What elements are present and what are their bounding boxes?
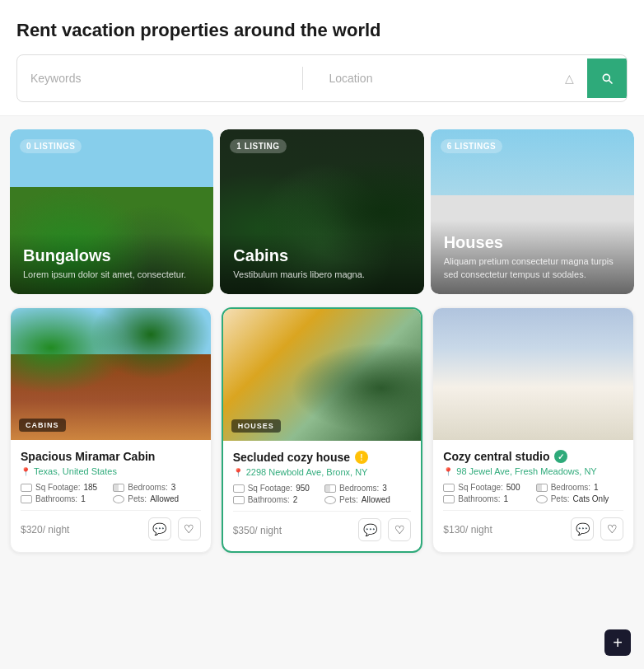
listing-image-2	[433, 308, 633, 440]
pets-value-2: Cats Only	[572, 494, 609, 503]
sqft-label-2: Sq Footage:	[458, 483, 502, 492]
sqft-label-0: Sq Footage:	[35, 483, 80, 492]
search-location-wrapper: △	[303, 55, 588, 101]
main-content: 0 LISTINGS Bungalows Lorem ipsum dolor s…	[0, 116, 644, 566]
sqft-icon-2	[443, 484, 455, 492]
spec-sqft-0: Sq Footage: 185	[21, 483, 108, 492]
location-pin-icon-0: 📍	[21, 467, 30, 476]
listing-image-1: HOUSES	[223, 309, 422, 441]
listing-specs-1: Sq Footage: 950 Bedrooms: 3 Bathrooms: 2	[233, 484, 412, 504]
category-desc-houses: Aliquam pretium consectetur magna turpis…	[444, 255, 621, 281]
location-pin-icon-1: 📍	[233, 468, 243, 477]
spec-sqft-1: Sq Footage: 950	[233, 484, 320, 493]
location-icon: △	[565, 72, 574, 85]
pets-value-1: Allowed	[362, 495, 390, 504]
listing-specs-0: Sq Footage: 185 Bedrooms: 3 Bathrooms: 1	[21, 483, 201, 503]
search-location-input[interactable]	[316, 63, 559, 93]
pets-label-2: Pets:	[551, 494, 570, 503]
category-name-houses: Houses	[444, 233, 621, 252]
listing-title-0: Spacious Miramar Cabin	[21, 450, 201, 463]
title-warning-icon-1: !	[355, 451, 368, 464]
beds-icon-2	[536, 484, 548, 492]
message-button-0[interactable]: 💬	[148, 517, 171, 540]
baths-value-0: 1	[81, 494, 86, 503]
listing-actions-1: 💬 ♡	[358, 518, 411, 541]
spec-baths-1: Bathrooms: 2	[233, 495, 320, 504]
beds-label-2: Bedrooms:	[551, 483, 590, 492]
search-button[interactable]	[587, 58, 627, 98]
message-button-1[interactable]: 💬	[358, 518, 381, 541]
sqft-value-0: 185	[83, 483, 97, 492]
spec-pets-2: Pets: Cats Only	[536, 494, 623, 503]
listing-body-2: Cozy central studio ✓ 📍 98 Jewel Ave, Fr…	[433, 440, 633, 550]
categories-grid: 0 LISTINGS Bungalows Lorem ipsum dolor s…	[10, 129, 634, 294]
listing-footer-0: $320/ night 💬 ♡	[21, 510, 201, 540]
sqft-icon-0	[21, 484, 32, 492]
listing-title-2: Cozy central studio ✓	[443, 450, 623, 463]
spec-sqft-2: Sq Footage: 500	[443, 483, 530, 492]
listing-title-1: Secluded cozy house !	[233, 451, 412, 464]
beds-value-2: 1	[594, 483, 599, 492]
category-badge-houses: 6 LISTINGS	[441, 139, 502, 153]
sqft-value-2: 500	[506, 483, 520, 492]
listing-card-0: CABINS Spacious Miramar Cabin 📍 Texas, U…	[10, 307, 212, 553]
location-pin-icon-2: 📍	[443, 467, 453, 476]
baths-value-2: 1	[503, 494, 508, 503]
spec-baths-0: Bathrooms: 1	[21, 494, 108, 503]
listing-price-2: $130/ night	[443, 522, 492, 536]
search-keywords-input[interactable]	[17, 63, 302, 93]
spec-beds-1: Bedrooms: 3	[324, 484, 411, 493]
category-badge-bungalows: 0 LISTINGS	[20, 139, 82, 153]
beds-label-0: Bedrooms:	[128, 483, 167, 492]
beds-icon-0	[113, 484, 124, 492]
pets-label-0: Pets:	[128, 494, 147, 503]
sqft-icon-1	[233, 484, 245, 493]
category-card-cabins[interactable]: 1 LISTING Cabins Vestibulum mauris liber…	[220, 129, 423, 294]
spec-beds-2: Bedrooms: 1	[536, 483, 623, 492]
pets-icon-0	[113, 495, 124, 503]
beds-label-1: Bedrooms:	[339, 484, 379, 493]
category-desc-bungalows: Lorem ipsum dolor sit amet, consectetur.	[23, 269, 200, 281]
category-name-bungalows: Bungalows	[23, 246, 200, 265]
favorite-button-0[interactable]: ♡	[178, 517, 201, 540]
category-overlay-bungalows: Bungalows Lorem ipsum dolor sit amet, co…	[10, 233, 213, 294]
listing-actions-2: 💬 ♡	[571, 517, 623, 540]
listing-card-1: HOUSES Secluded cozy house ! 📍 2298 Newb…	[222, 307, 423, 553]
listing-card-2: Cozy central studio ✓ 📍 98 Jewel Ave, Fr…	[432, 307, 634, 553]
category-card-houses[interactable]: 6 LISTINGS Houses Aliquam pretium consec…	[431, 129, 634, 294]
pets-value-0: Allowed	[150, 494, 179, 503]
category-badge-cabins: 1 LISTING	[230, 139, 286, 153]
beds-icon-1	[324, 484, 336, 493]
favorite-button-1[interactable]: ♡	[388, 518, 411, 541]
sqft-value-1: 950	[296, 484, 310, 493]
pets-icon-2	[536, 495, 548, 503]
category-card-bungalows[interactable]: 0 LISTINGS Bungalows Lorem ipsum dolor s…	[10, 129, 213, 294]
header: Rent vacation properties around the worl…	[0, 0, 644, 116]
price-unit-2: / night	[465, 524, 492, 536]
listing-price-0: $320/ night	[21, 522, 69, 536]
pets-icon-1	[324, 496, 336, 504]
fab-button[interactable]: +	[604, 629, 631, 656]
category-overlay-cabins: Cabins Vestibulum mauris libero magna.	[220, 233, 423, 294]
title-check-icon-2: ✓	[554, 450, 567, 463]
listing-price-1: $350/ night	[233, 522, 282, 537]
message-button-2[interactable]: 💬	[571, 517, 594, 540]
listing-image-0: CABINS	[11, 308, 211, 440]
baths-value-1: 2	[293, 495, 298, 504]
listing-location-0: 📍 Texas, United States	[21, 466, 201, 476]
beds-value-1: 3	[382, 484, 387, 493]
search-bar: △	[16, 54, 628, 102]
listing-body-0: Spacious Miramar Cabin 📍 Texas, United S…	[11, 440, 211, 550]
favorite-button-2[interactable]: ♡	[600, 517, 623, 540]
page-title: Rent vacation properties around the worl…	[16, 20, 628, 41]
spec-beds-0: Bedrooms: 3	[113, 483, 200, 492]
prop-type-badge-1: HOUSES	[231, 419, 281, 433]
sqft-label-1: Sq Footage:	[248, 484, 292, 493]
category-overlay-houses: Houses Aliquam pretium consectetur magna…	[431, 220, 634, 294]
beds-value-0: 3	[171, 483, 176, 492]
spec-pets-1: Pets: Allowed	[324, 495, 411, 504]
spec-pets-0: Pets: Allowed	[113, 494, 200, 503]
spec-baths-2: Bathrooms: 1	[443, 494, 530, 503]
listing-footer-1: $350/ night 💬 ♡	[233, 511, 412, 541]
listings-grid: CABINS Spacious Miramar Cabin 📍 Texas, U…	[10, 307, 634, 553]
